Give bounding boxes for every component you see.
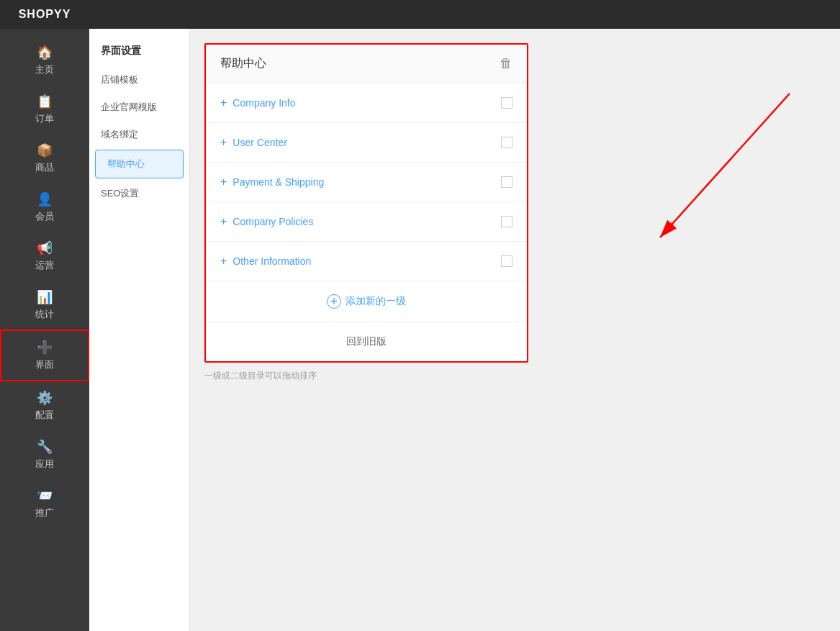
apps-icon: 🔧 (37, 439, 53, 455)
sidebar-label-apps: 应用 (35, 458, 54, 471)
menu-item-company-info[interactable]: + Company Info (206, 83, 527, 123)
help-panel-title: 帮助中心 (220, 56, 266, 71)
company-info-label: Company Info (232, 97, 295, 109)
sidebar-item-stats[interactable]: 📊 统计 (0, 281, 89, 330)
sidebar-label-home: 主页 (35, 63, 54, 76)
sidebar-label-pages: 界面 (35, 358, 54, 371)
sidebar-label-members: 会员 (35, 210, 54, 223)
orders-icon: 📋 (37, 94, 53, 109)
plus-icon-company-info: + (220, 96, 227, 109)
top-header: ☰ (0, 0, 840, 29)
sidebar-item-members[interactable]: 👤 会员 (0, 183, 89, 232)
plus-icon-company-policies: + (220, 215, 227, 228)
sidebar-item-store-template[interactable]: 店铺模板 (89, 66, 189, 94)
main-sidebar: 🏠 主页 📋 订单 📦 商品 👤 会员 📢 运营 📊 统计 ➕ 界面 ⚙️ 配置… (0, 29, 89, 631)
sidebar-item-pages[interactable]: ➕ 界面 (0, 330, 89, 381)
checkbox-company-policies[interactable] (501, 216, 512, 227)
help-panel: 帮助中心 🗑 + Company Info + User Center + Pa… (204, 43, 528, 363)
sidebar-item-seo[interactable]: SEO设置 (89, 180, 189, 207)
home-icon: 🏠 (37, 45, 53, 60)
sidebar-label-promo: 推广 (35, 507, 54, 519)
plus-icon-other-information: + (220, 255, 227, 268)
checkbox-other-information[interactable] (501, 255, 512, 267)
menu-item-company-policies[interactable]: + Company Policies (206, 202, 527, 242)
sidebar-label-marketing: 运营 (35, 259, 54, 272)
hint-text: 一级或二级目录可以拖动排序 (204, 370, 826, 382)
menu-item-user-center[interactable]: + User Center (206, 123, 527, 163)
sidebar-label-products: 商品 (35, 161, 54, 174)
company-policies-label: Company Policies (232, 216, 313, 227)
sidebar-label-stats: 统计 (35, 308, 54, 321)
back-row[interactable]: 回到旧版 (206, 322, 527, 361)
svg-line-1 (660, 94, 790, 237)
add-level-label: 添加新的一级 (346, 295, 406, 308)
stats-icon: 📊 (37, 289, 53, 305)
sidebar-item-apps[interactable]: 🔧 应用 (0, 430, 89, 479)
config-icon: ⚙️ (37, 390, 53, 406)
promo-icon: 📨 (37, 488, 53, 504)
menu-item-payment-shipping[interactable]: + Payment & Shipping (206, 163, 527, 202)
sidebar-item-home[interactable]: 🏠 主页 (0, 36, 89, 85)
sidebar-item-products[interactable]: 📦 商品 (0, 134, 89, 183)
sidebar-label-orders: 订单 (35, 112, 54, 125)
plus-icon-user-center: + (220, 136, 227, 149)
other-information-label: Other Information (232, 255, 311, 267)
checkbox-user-center[interactable] (501, 137, 512, 148)
checkbox-payment-shipping[interactable] (501, 176, 512, 188)
user-center-label: User Center (232, 137, 286, 148)
sidebar-item-domain-bind[interactable]: 域名绑定 (89, 121, 189, 148)
back-label: 回到旧版 (346, 335, 387, 348)
menu-item-other-information[interactable]: + Other Information (206, 242, 527, 281)
help-panel-header: 帮助中心 🗑 (206, 45, 527, 83)
plus-icon-payment-shipping: + (220, 176, 227, 189)
add-level-plus-icon: + (327, 294, 341, 309)
arrow-annotation (588, 72, 818, 288)
add-level-row[interactable]: + 添加新的一级 (206, 281, 527, 322)
sidebar-item-enterprise-template[interactable]: 企业官网模版 (89, 94, 189, 121)
logo-text: SHOPYY (19, 8, 71, 21)
sidebar-label-config: 配置 (35, 409, 54, 422)
logo: SHOPYY (0, 0, 89, 29)
pages-icon: ➕ (37, 340, 53, 355)
sidebar-item-marketing[interactable]: 📢 运营 (0, 232, 89, 281)
checkbox-company-info[interactable] (501, 97, 512, 109)
products-icon: 📦 (37, 142, 53, 158)
sidebar-item-promo[interactable]: 📨 推广 (0, 479, 89, 528)
members-icon: 👤 (37, 191, 53, 207)
trash-icon[interactable]: 🗑 (500, 56, 512, 71)
sidebar-item-help-center[interactable]: 帮助中心 (95, 150, 184, 178)
second-sidebar-title: 界面设置 (89, 36, 189, 66)
sidebar-item-orders[interactable]: 📋 订单 (0, 85, 89, 134)
payment-shipping-label: Payment & Shipping (232, 176, 324, 188)
main-content: 帮助中心 🗑 + Company Info + User Center + Pa… (190, 29, 840, 631)
sidebar-item-config[interactable]: ⚙️ 配置 (0, 381, 89, 430)
second-sidebar: 界面设置 店铺模板 企业官网模版 域名绑定 帮助中心 SEO设置 (89, 29, 190, 631)
marketing-icon: 📢 (37, 240, 53, 256)
